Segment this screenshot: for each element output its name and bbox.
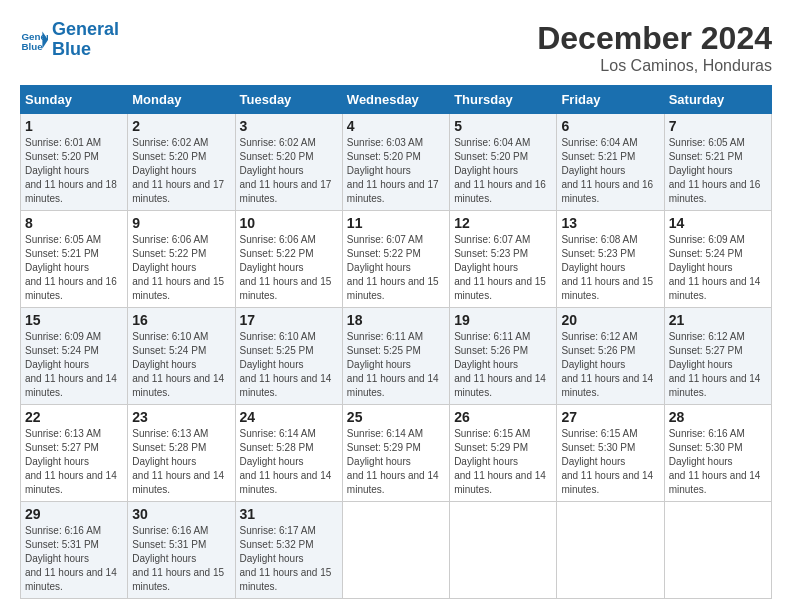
- day-info: Sunrise: 6:01 AM Sunset: 5:20 PM Dayligh…: [25, 136, 123, 206]
- day-number: 5: [454, 118, 552, 134]
- calendar-cell: 12 Sunrise: 6:07 AM Sunset: 5:23 PM Dayl…: [450, 211, 557, 308]
- calendar-day-header: Saturday: [664, 86, 771, 114]
- svg-text:Blue: Blue: [21, 41, 43, 52]
- day-number: 17: [240, 312, 338, 328]
- day-number: 27: [561, 409, 659, 425]
- calendar-cell: 21 Sunrise: 6:12 AM Sunset: 5:27 PM Dayl…: [664, 308, 771, 405]
- calendar-day-header: Wednesday: [342, 86, 449, 114]
- calendar-cell: 4 Sunrise: 6:03 AM Sunset: 5:20 PM Dayli…: [342, 114, 449, 211]
- calendar-cell: 17 Sunrise: 6:10 AM Sunset: 5:25 PM Dayl…: [235, 308, 342, 405]
- day-info: Sunrise: 6:14 AM Sunset: 5:29 PM Dayligh…: [347, 427, 445, 497]
- calendar-cell: 14 Sunrise: 6:09 AM Sunset: 5:24 PM Dayl…: [664, 211, 771, 308]
- day-info: Sunrise: 6:05 AM Sunset: 5:21 PM Dayligh…: [669, 136, 767, 206]
- day-number: 26: [454, 409, 552, 425]
- calendar-cell: 25 Sunrise: 6:14 AM Sunset: 5:29 PM Dayl…: [342, 405, 449, 502]
- day-number: 25: [347, 409, 445, 425]
- calendar-cell: [557, 502, 664, 599]
- calendar-cell: 23 Sunrise: 6:13 AM Sunset: 5:28 PM Dayl…: [128, 405, 235, 502]
- calendar-cell: [342, 502, 449, 599]
- day-info: Sunrise: 6:02 AM Sunset: 5:20 PM Dayligh…: [240, 136, 338, 206]
- calendar-cell: 20 Sunrise: 6:12 AM Sunset: 5:26 PM Dayl…: [557, 308, 664, 405]
- calendar-cell: 10 Sunrise: 6:06 AM Sunset: 5:22 PM Dayl…: [235, 211, 342, 308]
- day-info: Sunrise: 6:04 AM Sunset: 5:21 PM Dayligh…: [561, 136, 659, 206]
- calendar-cell: 26 Sunrise: 6:15 AM Sunset: 5:29 PM Dayl…: [450, 405, 557, 502]
- day-number: 20: [561, 312, 659, 328]
- day-info: Sunrise: 6:11 AM Sunset: 5:25 PM Dayligh…: [347, 330, 445, 400]
- day-number: 22: [25, 409, 123, 425]
- day-number: 1: [25, 118, 123, 134]
- calendar-week-row: 8 Sunrise: 6:05 AM Sunset: 5:21 PM Dayli…: [21, 211, 772, 308]
- day-number: 19: [454, 312, 552, 328]
- calendar-body: 1 Sunrise: 6:01 AM Sunset: 5:20 PM Dayli…: [21, 114, 772, 599]
- day-info: Sunrise: 6:12 AM Sunset: 5:27 PM Dayligh…: [669, 330, 767, 400]
- calendar-day-header: Sunday: [21, 86, 128, 114]
- day-info: Sunrise: 6:10 AM Sunset: 5:25 PM Dayligh…: [240, 330, 338, 400]
- day-number: 29: [25, 506, 123, 522]
- day-number: 15: [25, 312, 123, 328]
- day-info: Sunrise: 6:08 AM Sunset: 5:23 PM Dayligh…: [561, 233, 659, 303]
- calendar-cell: 31 Sunrise: 6:17 AM Sunset: 5:32 PM Dayl…: [235, 502, 342, 599]
- day-number: 10: [240, 215, 338, 231]
- day-number: 16: [132, 312, 230, 328]
- calendar-week-row: 29 Sunrise: 6:16 AM Sunset: 5:31 PM Dayl…: [21, 502, 772, 599]
- calendar-cell: 1 Sunrise: 6:01 AM Sunset: 5:20 PM Dayli…: [21, 114, 128, 211]
- title-block: December 2024 Los Caminos, Honduras: [537, 20, 772, 75]
- day-number: 13: [561, 215, 659, 231]
- day-number: 6: [561, 118, 659, 134]
- calendar-header: SundayMondayTuesdayWednesdayThursdayFrid…: [21, 86, 772, 114]
- calendar-cell: 8 Sunrise: 6:05 AM Sunset: 5:21 PM Dayli…: [21, 211, 128, 308]
- day-number: 4: [347, 118, 445, 134]
- page-subtitle: Los Caminos, Honduras: [537, 57, 772, 75]
- calendar-cell: 16 Sunrise: 6:10 AM Sunset: 5:24 PM Dayl…: [128, 308, 235, 405]
- day-number: 9: [132, 215, 230, 231]
- day-info: Sunrise: 6:13 AM Sunset: 5:27 PM Dayligh…: [25, 427, 123, 497]
- day-info: Sunrise: 6:09 AM Sunset: 5:24 PM Dayligh…: [669, 233, 767, 303]
- day-info: Sunrise: 6:15 AM Sunset: 5:30 PM Dayligh…: [561, 427, 659, 497]
- calendar-cell: [664, 502, 771, 599]
- day-number: 24: [240, 409, 338, 425]
- calendar-cell: 22 Sunrise: 6:13 AM Sunset: 5:27 PM Dayl…: [21, 405, 128, 502]
- calendar-table: SundayMondayTuesdayWednesdayThursdayFrid…: [20, 85, 772, 599]
- day-number: 14: [669, 215, 767, 231]
- calendar-cell: 7 Sunrise: 6:05 AM Sunset: 5:21 PM Dayli…: [664, 114, 771, 211]
- logo-icon: General Blue: [20, 26, 48, 54]
- day-info: Sunrise: 6:03 AM Sunset: 5:20 PM Dayligh…: [347, 136, 445, 206]
- day-info: Sunrise: 6:06 AM Sunset: 5:22 PM Dayligh…: [132, 233, 230, 303]
- day-number: 2: [132, 118, 230, 134]
- day-info: Sunrise: 6:02 AM Sunset: 5:20 PM Dayligh…: [132, 136, 230, 206]
- calendar-cell: 11 Sunrise: 6:07 AM Sunset: 5:22 PM Dayl…: [342, 211, 449, 308]
- logo: General Blue General Blue: [20, 20, 119, 60]
- day-info: Sunrise: 6:13 AM Sunset: 5:28 PM Dayligh…: [132, 427, 230, 497]
- page-title: December 2024: [537, 20, 772, 57]
- day-info: Sunrise: 6:05 AM Sunset: 5:21 PM Dayligh…: [25, 233, 123, 303]
- day-number: 30: [132, 506, 230, 522]
- calendar-cell: 2 Sunrise: 6:02 AM Sunset: 5:20 PM Dayli…: [128, 114, 235, 211]
- day-info: Sunrise: 6:16 AM Sunset: 5:31 PM Dayligh…: [25, 524, 123, 594]
- calendar-cell: 3 Sunrise: 6:02 AM Sunset: 5:20 PM Dayli…: [235, 114, 342, 211]
- day-info: Sunrise: 6:10 AM Sunset: 5:24 PM Dayligh…: [132, 330, 230, 400]
- day-number: 23: [132, 409, 230, 425]
- day-number: 3: [240, 118, 338, 134]
- day-info: Sunrise: 6:12 AM Sunset: 5:26 PM Dayligh…: [561, 330, 659, 400]
- day-number: 12: [454, 215, 552, 231]
- day-number: 7: [669, 118, 767, 134]
- calendar-cell: 29 Sunrise: 6:16 AM Sunset: 5:31 PM Dayl…: [21, 502, 128, 599]
- day-number: 18: [347, 312, 445, 328]
- calendar-cell: 28 Sunrise: 6:16 AM Sunset: 5:30 PM Dayl…: [664, 405, 771, 502]
- calendar-cell: 30 Sunrise: 6:16 AM Sunset: 5:31 PM Dayl…: [128, 502, 235, 599]
- calendar-day-header: Thursday: [450, 86, 557, 114]
- day-info: Sunrise: 6:06 AM Sunset: 5:22 PM Dayligh…: [240, 233, 338, 303]
- day-info: Sunrise: 6:09 AM Sunset: 5:24 PM Dayligh…: [25, 330, 123, 400]
- day-number: 31: [240, 506, 338, 522]
- day-number: 11: [347, 215, 445, 231]
- calendar-cell: 15 Sunrise: 6:09 AM Sunset: 5:24 PM Dayl…: [21, 308, 128, 405]
- day-number: 28: [669, 409, 767, 425]
- day-info: Sunrise: 6:17 AM Sunset: 5:32 PM Dayligh…: [240, 524, 338, 594]
- page-header: General Blue General Blue December 2024 …: [20, 20, 772, 75]
- day-number: 8: [25, 215, 123, 231]
- calendar-cell: 27 Sunrise: 6:15 AM Sunset: 5:30 PM Dayl…: [557, 405, 664, 502]
- day-info: Sunrise: 6:15 AM Sunset: 5:29 PM Dayligh…: [454, 427, 552, 497]
- day-number: 21: [669, 312, 767, 328]
- day-info: Sunrise: 6:04 AM Sunset: 5:20 PM Dayligh…: [454, 136, 552, 206]
- calendar-week-row: 15 Sunrise: 6:09 AM Sunset: 5:24 PM Dayl…: [21, 308, 772, 405]
